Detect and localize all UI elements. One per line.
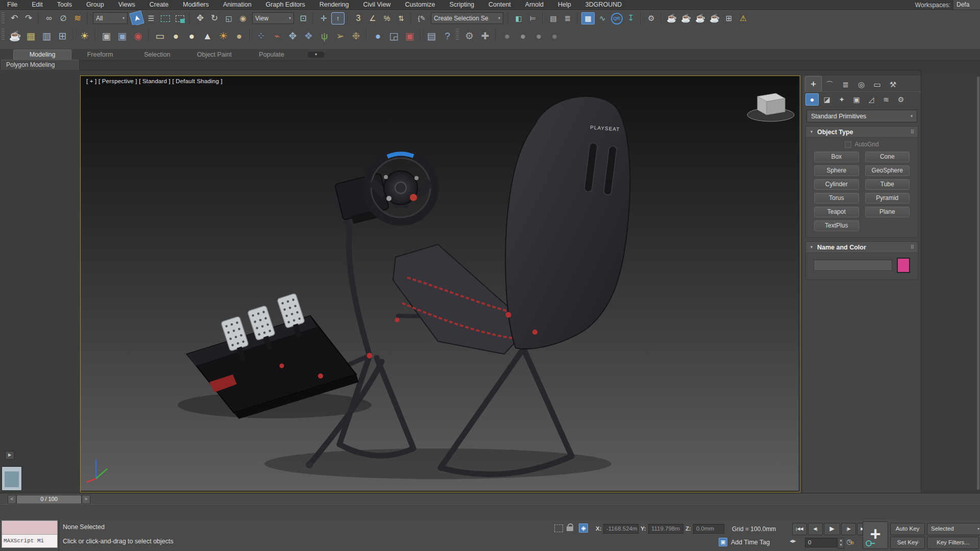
- preset-sphere-4-icon[interactable]: ●: [547, 29, 562, 44]
- menu-3dground[interactable]: 3DGROUND: [578, 0, 629, 10]
- create-cylinder-button[interactable]: Cylinder: [814, 179, 859, 190]
- ribbon-tab-populate[interactable]: Populate: [243, 50, 300, 60]
- render-utilities-teapot-icon[interactable]: ☕: [665, 12, 678, 24]
- unlink-selection-icon[interactable]: ∅: [57, 12, 70, 24]
- window-crossing-icon[interactable]: [173, 12, 186, 24]
- toggle-ribbon-icon[interactable]: ▦: [581, 12, 595, 24]
- ribbon-tab-object-paint[interactable]: Object Paint: [186, 50, 243, 60]
- menu-help[interactable]: Help: [551, 0, 578, 10]
- spinner-snap-toggle-icon[interactable]: ⇅: [395, 12, 408, 24]
- render-message-icon[interactable]: ⚠: [737, 12, 750, 24]
- ribbon-tab-freeform[interactable]: Freeform: [71, 50, 129, 60]
- create-plane-button[interactable]: Plane: [865, 207, 910, 217]
- download-arrow-icon[interactable]: ↧: [624, 12, 638, 24]
- rock-object-icon[interactable]: ❖: [301, 29, 316, 44]
- render-iterative-icon[interactable]: ☕: [694, 12, 707, 24]
- sphere-blue-icon[interactable]: ●: [371, 29, 385, 44]
- gear-edit-icon[interactable]: ⚙: [462, 29, 477, 44]
- notes-document-icon[interactable]: ▤: [424, 29, 439, 44]
- sphere-shaded-icon[interactable]: ●: [168, 29, 183, 44]
- menu-customize[interactable]: Customize: [398, 0, 442, 10]
- next-frame-arrow[interactable]: >: [82, 495, 90, 504]
- angle-snap-toggle-icon[interactable]: ∠: [366, 12, 379, 24]
- grid-window-icon[interactable]: ⊞: [55, 29, 70, 44]
- camera-red-icon[interactable]: ◉: [131, 29, 145, 44]
- isolate-selection-icon[interactable]: [554, 524, 563, 532]
- key-mode-dropdown[interactable]: Selected ▾: [927, 523, 980, 535]
- polygon-modeling-panel-tab[interactable]: Polygon Modeling: [1, 60, 79, 70]
- key-mode-toggle-icon[interactable]: ◀▶: [790, 539, 796, 543]
- viewport-3d-scene[interactable]: PLAYSEAT: [81, 76, 799, 491]
- current-frame-field[interactable]: 0: [805, 538, 837, 547]
- modify-tab[interactable]: ⌒: [822, 78, 838, 91]
- previous-frame-button[interactable]: ◀|: [808, 523, 823, 535]
- select-and-place-icon[interactable]: ◉: [236, 12, 250, 24]
- create-sphere-button[interactable]: Sphere: [814, 165, 859, 176]
- settings-window-icon[interactable]: ▥: [39, 29, 54, 44]
- set-keys-button[interactable]: +: [863, 521, 888, 549]
- render-production-icon[interactable]: ☕: [708, 12, 721, 24]
- create-pyramid-button[interactable]: Pyramid: [865, 193, 910, 204]
- render-preview-window-icon[interactable]: ▦: [23, 29, 38, 44]
- x-coordinate-field[interactable]: -1168.524m: [603, 524, 639, 534]
- menu-scripting[interactable]: Scripting: [442, 0, 481, 10]
- curve-editor-icon[interactable]: ∿: [596, 12, 609, 24]
- menu-tools[interactable]: Tools: [50, 0, 79, 10]
- auto-key-button[interactable]: Auto Key: [890, 523, 925, 535]
- name-color-rollout-header[interactable]: ▼ Name and Color ⠿: [806, 242, 918, 253]
- snap-toggle-3d-icon[interactable]: 3: [352, 12, 365, 24]
- move-gizmo-icon[interactable]: ✥: [285, 29, 300, 44]
- select-by-name-icon[interactable]: ☰: [144, 12, 158, 24]
- bind-to-space-warp-icon[interactable]: ≋: [71, 12, 84, 24]
- array-tool-icon[interactable]: ⁘: [254, 29, 268, 44]
- menu-content[interactable]: Content: [481, 0, 518, 10]
- panel-scrollbar[interactable]: [977, 77, 979, 490]
- menu-file[interactable]: File: [0, 0, 24, 10]
- crop-region-icon[interactable]: ▣: [402, 29, 417, 44]
- sun-tool-icon[interactable]: ☀: [216, 29, 231, 44]
- create-tube-button[interactable]: Tube: [865, 179, 910, 190]
- space-warps-category[interactable]: ≋: [879, 93, 893, 106]
- create-tab[interactable]: +: [805, 76, 822, 91]
- autogrid-checkbox[interactable]: [845, 141, 851, 148]
- menu-edit[interactable]: Edit: [24, 0, 50, 10]
- create-geosphere-button[interactable]: GeoSphere: [865, 165, 910, 176]
- sphere-tan-icon[interactable]: ●: [232, 29, 247, 44]
- workspaces-dropdown[interactable]: Defa: [953, 0, 980, 10]
- toolbar-drag-handle[interactable]: [456, 29, 459, 41]
- selection-filter-dropdown[interactable]: All▾: [93, 12, 128, 24]
- track-bar[interactable]: [0, 504, 980, 520]
- next-frame-button[interactable]: |▶: [841, 523, 856, 535]
- light-tool-icon[interactable]: ☀: [77, 29, 92, 44]
- redo-icon[interactable]: ↷: [22, 12, 35, 24]
- menu-arnold[interactable]: Arnold: [518, 0, 551, 10]
- preset-sphere-1-icon[interactable]: ●: [500, 29, 514, 44]
- menu-modifiers[interactable]: Modifiers: [176, 0, 216, 10]
- select-and-move-icon[interactable]: ✥: [193, 12, 207, 24]
- feather-object-icon[interactable]: ➢: [333, 29, 348, 44]
- go-to-start-button[interactable]: |◀◀: [792, 523, 807, 535]
- y-coordinate-field[interactable]: 1119.798m: [648, 524, 683, 534]
- cone-tool-icon[interactable]: ▲: [200, 29, 215, 44]
- keyboard-shortcut-override-icon[interactable]: ↑: [331, 12, 345, 24]
- primitive-category-dropdown[interactable]: Standard Primitives ▾: [806, 110, 917, 122]
- named-selection-set-dropdown[interactable]: Create Selection Se▾: [431, 12, 503, 24]
- menu-civil-view[interactable]: Civil View: [356, 0, 398, 10]
- select-and-rotate-icon[interactable]: ↻: [208, 12, 221, 24]
- object-type-rollout-header[interactable]: ▼ Object Type ⠿: [806, 127, 918, 138]
- preset-sphere-3-icon[interactable]: ●: [531, 29, 546, 44]
- menu-graph-editors[interactable]: Graph Editors: [259, 0, 312, 10]
- render-cloud-icon[interactable]: ⊞: [722, 12, 736, 24]
- zoom-region-icon[interactable]: ◲: [386, 29, 401, 44]
- display-tab[interactable]: ▭: [869, 78, 885, 91]
- expand-panel-button[interactable]: ▶: [5, 451, 14, 460]
- select-and-manipulate-icon[interactable]: ✛: [317, 12, 330, 24]
- create-textplus-button[interactable]: TextPlus: [814, 220, 859, 231]
- menu-rendering[interactable]: Rendering: [312, 0, 356, 10]
- geometry-category[interactable]: ●: [805, 93, 819, 106]
- menu-animation[interactable]: Animation: [216, 0, 259, 10]
- create-torus-button[interactable]: Torus: [814, 193, 859, 204]
- systems-category[interactable]: ⚙: [894, 93, 908, 106]
- camera-target-icon[interactable]: ▣: [115, 29, 130, 44]
- ribbon-config-toggle[interactable]: ▾: [307, 52, 325, 58]
